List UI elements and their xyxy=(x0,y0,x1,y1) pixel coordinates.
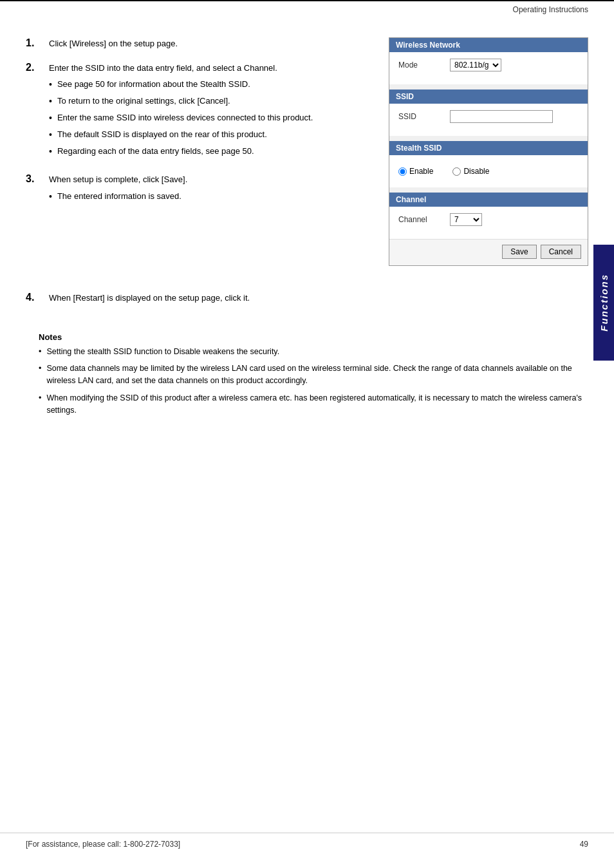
step-4: 4. When [Restart] is displayed on the se… xyxy=(26,292,588,305)
mode-row: Mode 802.11b/g xyxy=(398,59,579,71)
channel-row: Channel 7 xyxy=(398,213,579,226)
bullet-3-1: The entered information is saved. xyxy=(49,190,369,203)
note-1-text: Setting the stealth SSID function to Dis… xyxy=(46,346,279,358)
disable-radio[interactable] xyxy=(452,167,461,176)
footer-support: [For assistance, please call: 1-800-272-… xyxy=(26,840,180,849)
page-header: Operating Instructions xyxy=(0,0,614,18)
notes-list: Setting the stealth SSID function to Dis… xyxy=(39,346,588,417)
stealth-ssid-body: Enable Disable xyxy=(389,155,588,187)
bullet-2-5: Regarding each of the data entry fields,… xyxy=(49,145,369,158)
step-1: 1. Click [Wireless] on the setup page. xyxy=(26,37,369,50)
notes-title: Notes xyxy=(39,332,588,342)
step-2-text: Enter the SSID into the data entry field… xyxy=(49,62,369,75)
step-3-bullets: The entered information is saved. xyxy=(49,190,369,203)
footer-page: 49 xyxy=(580,840,588,849)
ssid-input[interactable] xyxy=(450,110,553,123)
gap-3 xyxy=(389,187,588,193)
bullet-2-1: See page 50 for information about the St… xyxy=(49,78,369,91)
step-4-number: 4. xyxy=(26,292,42,305)
disable-label: Disable xyxy=(463,167,489,176)
ssid-title: SSID xyxy=(396,92,414,101)
channel-body: Channel 7 xyxy=(389,207,588,239)
bullet-2-4: The default SSID is displayed on the rea… xyxy=(49,128,369,142)
enable-radio[interactable] xyxy=(398,167,407,176)
bullet-2-3: Enter the same SSID into wireless device… xyxy=(49,111,369,125)
step-3-text: When setup is complete, click [Save]. xyxy=(49,173,369,186)
step-3-content: When setup is complete, click [Save]. Th… xyxy=(49,173,369,207)
cancel-button[interactable]: Cancel xyxy=(541,245,581,259)
step-1-number: 1. xyxy=(26,37,42,50)
gap-1 xyxy=(389,84,588,90)
functions-tab: Functions xyxy=(593,245,614,361)
wireless-network-body: Mode 802.11b/g xyxy=(389,52,588,84)
channel-select[interactable]: 7 xyxy=(450,213,482,226)
step-2: 2. Enter the SSID into the data entry fi… xyxy=(26,62,369,162)
step-2-content: Enter the SSID into the data entry field… xyxy=(49,62,369,162)
step-4-content: When [Restart] is displayed on the setup… xyxy=(49,292,588,305)
ssid-body: SSID xyxy=(389,104,588,136)
gap-2 xyxy=(389,136,588,141)
channel-label: Channel xyxy=(398,215,443,224)
mode-label: Mode xyxy=(398,61,443,70)
notes-section: Notes Setting the stealth SSID function … xyxy=(0,323,614,435)
save-button[interactable]: Save xyxy=(502,245,536,259)
step-3: 3. When setup is complete, click [Save].… xyxy=(26,173,369,207)
step-3-number: 3. xyxy=(26,173,42,207)
channel-header: Channel xyxy=(389,193,588,207)
ssid-header: SSID xyxy=(389,90,588,104)
stealth-ssid-title: Stealth SSID xyxy=(396,144,442,153)
wireless-network-header: Wireless Network xyxy=(389,38,588,52)
step-2-bullets: See page 50 for information about the St… xyxy=(49,78,369,158)
wireless-network-title: Wireless Network xyxy=(396,41,460,50)
left-column: 1. Click [Wireless] on the setup page. 2… xyxy=(26,37,369,266)
step-1-text: Click [Wireless] on the setup page. xyxy=(49,37,369,50)
step-4-area: 4. When [Restart] is displayed on the se… xyxy=(0,285,614,323)
note-3-text: When modifying the SSID of this product … xyxy=(46,392,588,417)
page-footer: [For assistance, please call: 1-800-272-… xyxy=(0,833,614,849)
form-buttons: Save Cancel xyxy=(389,239,588,265)
functions-tab-label: Functions xyxy=(599,274,609,332)
stealth-radio-group: Enable Disable xyxy=(398,162,579,178)
disable-radio-label[interactable]: Disable xyxy=(452,167,489,176)
wireless-form: Wireless Network Mode 802.11b/g SSID SSI… xyxy=(389,37,588,266)
note-3: When modifying the SSID of this product … xyxy=(39,392,588,417)
step-2-number: 2. xyxy=(26,62,42,162)
note-2: Some data channels may be limited by the… xyxy=(39,363,588,387)
step-1-content: Click [Wireless] on the setup page. xyxy=(49,37,369,50)
mode-select[interactable]: 802.11b/g xyxy=(450,59,501,71)
stealth-ssid-header: Stealth SSID xyxy=(389,141,588,155)
note-2-text: Some data channels may be limited by the… xyxy=(46,363,588,387)
bullet-2-2: To return to the original settings, clic… xyxy=(49,95,369,108)
enable-radio-label[interactable]: Enable xyxy=(398,167,433,176)
note-1: Setting the stealth SSID function to Dis… xyxy=(39,346,588,358)
channel-title: Channel xyxy=(396,195,426,204)
step-4-text: When [Restart] is displayed on the setup… xyxy=(49,292,588,305)
ssid-row: SSID xyxy=(398,110,579,123)
main-content: 1. Click [Wireless] on the setup page. 2… xyxy=(0,18,614,285)
enable-label: Enable xyxy=(409,167,433,176)
header-title: Operating Instructions xyxy=(513,5,588,14)
ssid-label: SSID xyxy=(398,112,443,121)
form-panel: Wireless Network Mode 802.11b/g SSID SSI… xyxy=(389,37,588,266)
